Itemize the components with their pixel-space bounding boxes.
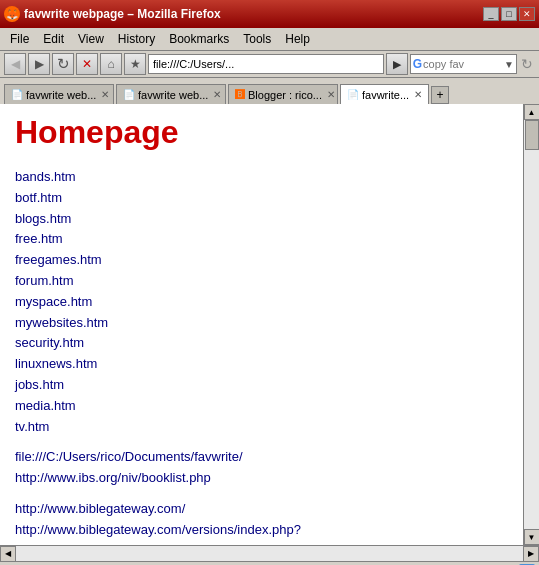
menu-view[interactable]: View [72, 30, 110, 48]
scrollbar: ▲ ▼ [523, 104, 539, 545]
bookmark-add-button[interactable]: ★ [124, 53, 146, 75]
close-button[interactable]: ✕ [519, 7, 535, 21]
scroll-track[interactable] [524, 120, 539, 529]
file-link-myspace[interactable]: myspace.htm [15, 292, 508, 313]
menu-help[interactable]: Help [279, 30, 316, 48]
new-tab-button[interactable]: + [431, 86, 449, 104]
file-link-freegames[interactable]: freegames.htm [15, 250, 508, 271]
tab-4-close[interactable]: ✕ [414, 89, 422, 100]
firefox-icon: 🦊 [4, 6, 20, 22]
horizontal-scrollbar: ◀ ▶ [0, 545, 539, 561]
spacer-1 [15, 437, 508, 447]
window-title: favwrite webpage – Mozilla Firefox [24, 7, 221, 21]
statusbar: Done S [0, 561, 539, 565]
url-ibs[interactable]: http://www.ibs.org/niv/booklist.php [15, 468, 508, 489]
tab-3-favicon: 🅱 [235, 89, 245, 100]
address-bar[interactable] [148, 54, 384, 74]
scroll-thumb[interactable] [525, 120, 539, 150]
search-dropdown-icon[interactable]: ▼ [504, 59, 514, 70]
scroll-left-button[interactable]: ◀ [0, 546, 16, 562]
tabsbar: 📄 favwrite web... ✕ 📄 favwrite web... ✕ … [0, 78, 539, 104]
tab-3-close[interactable]: ✕ [327, 89, 335, 100]
tab-1-favicon: 📄 [11, 89, 23, 100]
reload-button[interactable]: ↻ [52, 53, 74, 75]
menu-file[interactable]: File [4, 30, 35, 48]
tab-1-label: favwrite web... [26, 89, 96, 101]
file-link-jobs[interactable]: jobs.htm [15, 375, 508, 396]
menu-history[interactable]: History [112, 30, 161, 48]
stop-button[interactable]: ✕ [76, 53, 98, 75]
tab-3-label: Blogger : rico... [248, 89, 322, 101]
file-link-free[interactable]: free.htm [15, 229, 508, 250]
tab-2-label: favwrite web... [138, 89, 208, 101]
spacer-2 [15, 489, 508, 499]
address-bar-container: ▶ [148, 53, 408, 75]
page-content: Homepage bands.htm botf.htm blogs.htm fr… [0, 104, 523, 545]
tab-3[interactable]: 🅱 Blogger : rico... ✕ [228, 84, 338, 104]
tab-2-favicon: 📄 [123, 89, 135, 100]
url-local-favwrite[interactable]: file:///C:/Users/rico/Documents/favwrite… [15, 447, 508, 468]
scroll-up-button[interactable]: ▲ [524, 104, 540, 120]
file-link-blogs[interactable]: blogs.htm [15, 209, 508, 230]
tab-4-label: favwrite... [362, 89, 409, 101]
file-link-linuxnews[interactable]: linuxnews.htm [15, 354, 508, 375]
search-engine-icon: G [413, 57, 422, 71]
minimize-button[interactable]: _ [483, 7, 499, 21]
url-biblegateway-versions[interactable]: http://www.biblegateway.com/versions/ind… [15, 520, 508, 545]
file-link-media[interactable]: media.htm [15, 396, 508, 417]
file-link-mywebsites[interactable]: mywebsites.htm [15, 313, 508, 334]
back-button[interactable]: ◀ [4, 53, 26, 75]
url-biblegateway[interactable]: http://www.biblegateway.com/ [15, 499, 508, 520]
page-title: Homepage [15, 114, 508, 151]
home-button[interactable]: ⌂ [100, 53, 122, 75]
menu-bookmarks[interactable]: Bookmarks [163, 30, 235, 48]
tab-4-favicon: 📄 [347, 89, 359, 100]
window-controls[interactable]: _ □ ✕ [483, 7, 535, 21]
refresh-indicator: ↻ [519, 56, 535, 72]
file-link-security[interactable]: security.htm [15, 333, 508, 354]
titlebar: 🦊 favwrite webpage – Mozilla Firefox _ □… [0, 0, 539, 28]
scroll-right-button[interactable]: ▶ [523, 546, 539, 562]
file-link-botf[interactable]: botf.htm [15, 188, 508, 209]
content-wrapper: Homepage bands.htm botf.htm blogs.htm fr… [0, 104, 539, 545]
menu-edit[interactable]: Edit [37, 30, 70, 48]
menu-tools[interactable]: Tools [237, 30, 277, 48]
search-input[interactable] [423, 58, 503, 70]
file-link-bands[interactable]: bands.htm [15, 167, 508, 188]
tab-4[interactable]: 📄 favwrite... ✕ [340, 84, 429, 104]
tab-1-close[interactable]: ✕ [101, 89, 109, 100]
navbar: ◀ ▶ ↻ ✕ ⌂ ★ ▶ G ▼ ↻ [0, 50, 539, 78]
maximize-button[interactable]: □ [501, 7, 517, 21]
hscroll-track[interactable] [16, 546, 523, 561]
forward-button[interactable]: ▶ [28, 53, 50, 75]
file-link-forum[interactable]: forum.htm [15, 271, 508, 292]
search-bar: G ▼ [410, 54, 517, 74]
file-link-tv[interactable]: tv.htm [15, 417, 508, 438]
menubar: File Edit View History Bookmarks Tools H… [0, 28, 539, 50]
tab-2-close[interactable]: ✕ [213, 89, 221, 100]
scroll-down-button[interactable]: ▼ [524, 529, 540, 545]
tab-1[interactable]: 📄 favwrite web... ✕ [4, 84, 114, 104]
tab-2[interactable]: 📄 favwrite web... ✕ [116, 84, 226, 104]
titlebar-left: 🦊 favwrite webpage – Mozilla Firefox [4, 6, 221, 22]
go-button[interactable]: ▶ [386, 53, 408, 75]
